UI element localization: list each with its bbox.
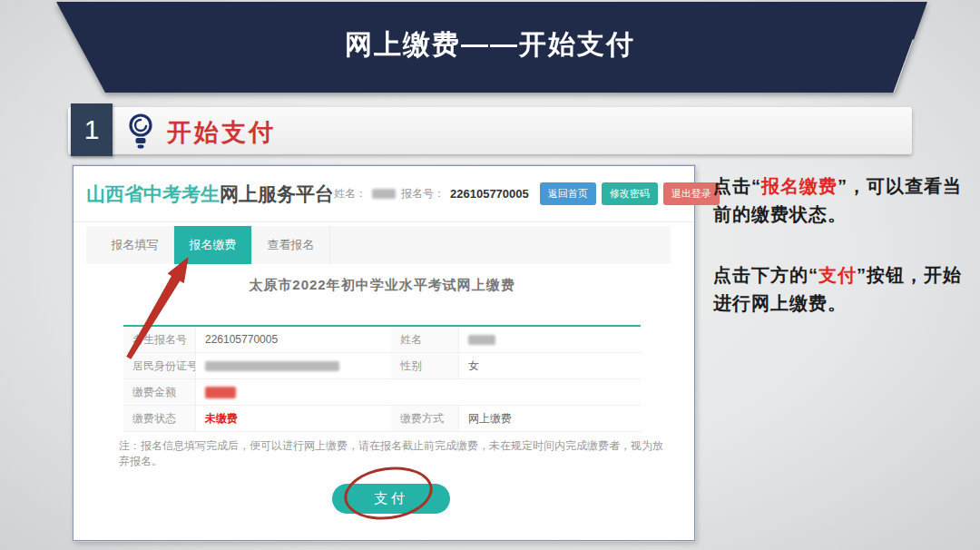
- field-value: [459, 327, 641, 353]
- field-label: 缴费方式: [391, 406, 459, 432]
- step-number-badge: 1: [71, 103, 113, 156]
- user-info-area: 姓名： 报名号： 226105770005 返回首页 修改密码 退出登录: [334, 182, 720, 205]
- field-value: [196, 379, 391, 406]
- payment-status-value: 未缴费: [196, 406, 391, 432]
- instruction-text: 点击“报名缴费”，可以查看当前的缴费状态。 点击下方的“支付”按钮，开始进行网上…: [713, 172, 973, 318]
- field-label: 缴费金额: [123, 379, 196, 406]
- tab-registration-payment[interactable]: 报名缴费: [174, 226, 252, 264]
- masked-amount-value: [205, 387, 236, 398]
- field-value: 网上缴费: [459, 406, 641, 432]
- slide-title: 网上缴费——开始支付: [0, 0, 980, 89]
- field-label: 缴费状态: [123, 406, 196, 432]
- empty-cell: [459, 379, 641, 406]
- change-password-button[interactable]: 修改密码: [602, 182, 658, 205]
- highlight-pay: 支付: [818, 265, 857, 285]
- payment-info-table: 考生报名号 226105770005 姓名 居民身份证号 性别 女 缴费金额 缴…: [123, 325, 641, 432]
- regno-label: 报名号：: [401, 186, 445, 201]
- masked-user-name: [372, 189, 396, 199]
- field-value: [196, 353, 391, 379]
- field-label: 性别: [391, 353, 459, 379]
- instruction-paragraph-2: 点击下方的“支付”按钮，开始进行网上缴费。: [713, 261, 973, 318]
- field-label: 姓名: [391, 327, 459, 353]
- tab-bar: 报名填写 报名缴费 查看报名: [86, 226, 671, 264]
- tab-registration-fill[interactable]: 报名填写: [96, 226, 174, 264]
- lightbulb-icon: [126, 113, 155, 151]
- portal-title: 山西省中考考生网上服务平台: [86, 182, 334, 207]
- field-label: 居民身份证号: [123, 353, 196, 379]
- portal-title-rest: 网上服务平台: [220, 183, 334, 204]
- instruction-paragraph-1: 点击“报名缴费”，可以查看当前的缴费状态。: [713, 172, 973, 229]
- highlight-registration-payment: 报名缴费: [761, 176, 838, 196]
- slide: 网上缴费——开始支付 1 开始支付 山西省中考考生网上服务平台 姓名： 报名号：…: [0, 0, 980, 550]
- logout-button[interactable]: 退出登录: [663, 182, 720, 205]
- step-title: 开始支付: [167, 116, 276, 149]
- pay-button[interactable]: 支付: [332, 484, 450, 514]
- field-label: 考生报名号: [123, 327, 196, 353]
- field-value: 女: [459, 353, 641, 379]
- regno-value: 226105770005: [450, 187, 529, 201]
- payment-note: 注：报名信息填写完成后，便可以进行网上缴费，请在报名截止前完成缴费，未在规定时间…: [119, 438, 663, 469]
- title-banner: 网上缴费——开始支付: [0, 0, 980, 96]
- portal-header: 山西省中考考生网上服务平台 姓名： 报名号： 226105770005 返回首页…: [74, 166, 694, 222]
- field-value: 226105770005: [196, 327, 391, 353]
- payment-form-title: 太原市2022年初中学业水平考试网上缴费: [123, 277, 641, 294]
- empty-cell: [391, 379, 459, 406]
- home-button[interactable]: 返回首页: [540, 182, 596, 205]
- tab-view-registration[interactable]: 查看报名: [252, 226, 330, 264]
- portal-title-highlight: 山西省中考考生: [86, 183, 220, 204]
- portal-screenshot: 山西省中考考生网上服务平台 姓名： 报名号： 226105770005 返回首页…: [73, 165, 695, 541]
- masked-id-value: [205, 361, 339, 371]
- name-label: 姓名：: [334, 186, 367, 201]
- masked-name-value: [468, 335, 495, 345]
